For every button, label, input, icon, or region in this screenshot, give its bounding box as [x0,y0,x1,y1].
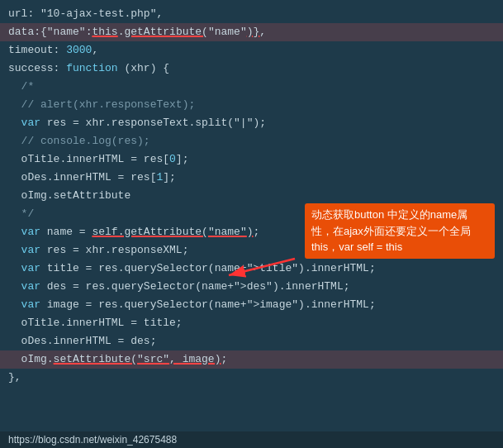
annotation-arrow [221,255,303,283]
code-line-18: oTitle.innerHTML = title; [0,314,503,332]
footer-url: https://blog.csdn.net/weixin_42675488 [8,434,177,446]
code-line-3: timeout: 3000, [0,41,503,60]
code-line-8: // console.log(res); [0,132,503,150]
code-line-1: url: "10-ajax-test.php", [0,5,503,23]
code-line-6: // alert(xhr.responseText); [0,96,503,114]
code-line-10: oDes.innerHTML = res[1]; [0,169,503,187]
code-line-11: oImg.setAttribute [0,187,503,205]
code-line-20: oImg.setAttribute("src", image); [0,350,503,369]
annotation-bubble: 动态获取button 中定义的name属性，在ajax外面还要定义一个全局thi… [305,203,495,259]
footer-bar: https://blog.csdn.net/weixin_42675488 [0,431,503,448]
code-line-5: /* [0,78,503,96]
code-line-4: success: function (xhr) { [0,60,503,78]
svg-line-1 [229,259,295,275]
code-line-21: }, [0,369,503,387]
code-line-17: var image = res.querySelector(name+">ima… [0,296,503,314]
code-line-2: data:{"name":this.getAttribute("name")}, [0,23,503,41]
code-line-19: oDes.innerHTML = des; [0,332,503,350]
code-block: url: "10-ajax-test.php", data:{"name":th… [0,0,503,392]
code-line-9: oTitle.innerHTML = res[0]; [0,150,503,169]
code-line-7: var res = xhr.responseText.split("|"); [0,114,503,132]
